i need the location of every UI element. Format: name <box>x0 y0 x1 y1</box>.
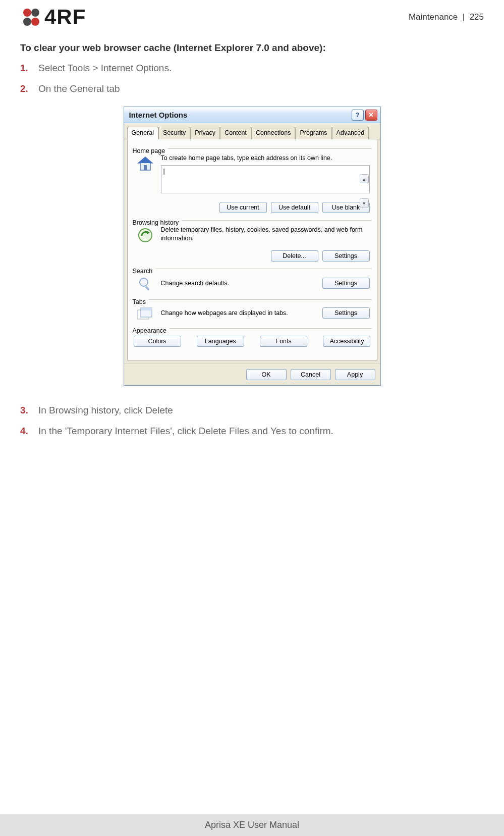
apply-button[interactable]: Apply <box>335 369 375 380</box>
group-tabs-label: Tabs <box>133 298 149 305</box>
cancel-button[interactable]: Cancel <box>291 369 331 380</box>
homepage-desc: To create home page tabs, type each addr… <box>161 154 370 162</box>
svg-rect-13 <box>141 308 152 310</box>
dialog-footer: OK Cancel Apply <box>124 363 380 385</box>
svg-point-1 <box>31 9 39 17</box>
tab-general[interactable]: General <box>127 127 158 139</box>
instruction-heading: To clear your web browser cache (Interne… <box>20 42 484 54</box>
step-2-num: 2. <box>20 82 31 96</box>
svg-point-7 <box>139 229 152 242</box>
close-icon[interactable]: ✕ <box>365 110 377 121</box>
step-1: 1. Select Tools > Internet Options. <box>20 62 484 75</box>
tabs-settings-button[interactable]: Settings <box>322 307 370 319</box>
languages-button[interactable]: Languages <box>197 336 244 347</box>
scroll-up-icon[interactable]: ▴ <box>360 174 369 183</box>
history-desc: Delete temporary files, history, cookies… <box>161 226 370 242</box>
history-settings-button[interactable]: Settings <box>322 250 370 262</box>
logo-text: 4RF <box>44 5 86 29</box>
tab-content[interactable]: Content <box>220 127 251 139</box>
delete-button[interactable]: Delete... <box>271 250 318 262</box>
use-default-button[interactable]: Use default <box>271 202 318 213</box>
group-tabs: Tabs Change how webpages are displayed i… <box>133 299 372 321</box>
step-2: 2. On the General tab <box>20 82 484 96</box>
accessibility-button[interactable]: Accessibility <box>323 336 370 347</box>
tabs-icon <box>135 305 156 321</box>
svg-point-3 <box>31 18 39 26</box>
search-desc: Change search defaults. <box>161 279 317 287</box>
dialog-title: Internet Options <box>129 111 188 119</box>
dialog-titlebar: Internet Options ? ✕ <box>124 107 380 123</box>
fonts-button[interactable]: Fonts <box>260 336 307 347</box>
step-4-text: In the 'Temporary Internet Files', click… <box>38 425 333 438</box>
svg-rect-6 <box>144 165 147 170</box>
colors-button[interactable]: Colors <box>134 336 181 347</box>
history-icon <box>135 226 156 262</box>
group-history-label: Browsing history <box>133 219 182 226</box>
search-icon <box>135 274 156 292</box>
internet-options-dialog: Internet Options ? ✕ General Security Pr… <box>124 107 381 386</box>
tab-privacy[interactable]: Privacy <box>190 127 220 139</box>
step-3-num: 3. <box>20 404 31 417</box>
step-2-text: On the General tab <box>38 82 120 96</box>
header-page-num: 225 <box>470 12 484 22</box>
step-4-num: 4. <box>20 425 31 438</box>
home-icon <box>135 154 156 213</box>
search-settings-button[interactable]: Settings <box>322 278 370 289</box>
group-appearance-label: Appearance <box>133 327 170 334</box>
svg-rect-10 <box>145 286 150 291</box>
step-1-num: 1. <box>20 62 31 75</box>
step-3: 3. In Browsing history, click Delete <box>20 404 484 417</box>
homepage-input[interactable] <box>161 165 370 193</box>
svg-point-9 <box>140 278 148 286</box>
tab-advanced[interactable]: Advanced <box>332 127 369 139</box>
group-browsing-history: Browsing history Delete temporary files,… <box>133 220 372 262</box>
tab-programs[interactable]: Programs <box>295 127 331 139</box>
header-section: Maintenance <box>409 12 458 22</box>
svg-point-2 <box>23 18 31 26</box>
ok-button[interactable]: OK <box>246 369 287 380</box>
help-icon[interactable]: ? <box>352 110 364 121</box>
step-1-text: Select Tools > Internet Options. <box>38 62 172 75</box>
group-homepage: Home page To create home page tabs, type… <box>133 148 372 213</box>
logo-icon <box>20 6 42 28</box>
svg-marker-5 <box>138 157 152 163</box>
tabs-desc: Change how webpages are displayed in tab… <box>161 309 317 317</box>
svg-point-0 <box>23 9 31 17</box>
group-search: Search Change search defaults. Settings <box>133 269 372 292</box>
tab-row: General Security Privacy Content Connect… <box>124 123 380 139</box>
tab-security[interactable]: Security <box>158 127 190 139</box>
logo: 4RF <box>20 5 86 29</box>
use-current-button[interactable]: Use current <box>219 202 267 213</box>
step-4: 4. In the 'Temporary Internet Files', cl… <box>20 425 484 438</box>
header-sep: | <box>463 12 465 22</box>
step-3-text: In Browsing history, click Delete <box>38 404 173 417</box>
page-footer: Aprisa XE User Manual <box>0 814 504 836</box>
header-page-info: Maintenance | 225 <box>409 12 484 22</box>
group-appearance: Appearance Colors Languages Fonts Access… <box>133 328 372 347</box>
scroll-down-icon[interactable]: ▾ <box>360 198 369 207</box>
tab-connections[interactable]: Connections <box>251 127 296 139</box>
group-search-label: Search <box>133 268 156 275</box>
group-homepage-label: Home page <box>133 147 169 154</box>
